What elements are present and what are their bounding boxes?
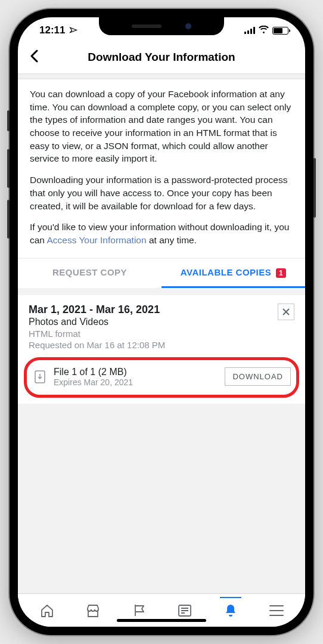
nav-notifications[interactable]: [218, 597, 244, 624]
nav-menu[interactable]: [263, 597, 290, 624]
volume-down-button: [7, 200, 10, 239]
file-download-icon: [32, 370, 48, 383]
nav-marketplace[interactable]: [80, 597, 106, 624]
file-row: File 1 of 1 (2 MB) Expires Mar 20, 2021 …: [29, 361, 294, 393]
status-time: 12:11: [39, 24, 65, 36]
intro-paragraph-3: If you'd like to view your information w…: [30, 221, 293, 246]
content-area[interactable]: You can download a copy of your Facebook…: [18, 79, 305, 593]
copy-date-range: Mar 1, 2021 - Mar 16, 2021: [29, 304, 278, 316]
power-button: [313, 158, 316, 218]
tab-request-copy[interactable]: REQUEST COPY: [18, 259, 162, 288]
notch: [99, 17, 224, 35]
tab-available-copies[interactable]: AVAILABLE COPIES 1: [162, 259, 305, 288]
file-expires: Expires Mar 20, 2021: [54, 377, 225, 387]
intro-paragraph-2: Downloading your information is a passwo…: [30, 174, 293, 212]
available-copies-badge: 1: [276, 268, 286, 278]
page-title: Download Your Information: [30, 51, 293, 64]
tabs: REQUEST COPY AVAILABLE COPIES 1: [18, 259, 305, 288]
active-tab-indicator: [220, 597, 241, 598]
access-information-link[interactable]: Access Your Information: [46, 235, 146, 245]
tab-available-label: AVAILABLE COPIES: [181, 267, 271, 277]
copy-card: Mar 1, 2021 - Mar 16, 2021 Photos and Vi…: [18, 295, 305, 404]
download-button[interactable]: DOWNLOAD: [225, 367, 291, 386]
battery-icon: [272, 27, 288, 35]
intro-paragraph-1: You can download a copy of your Facebook…: [30, 88, 293, 165]
page-header: Download Your Information: [18, 44, 305, 73]
silent-switch: [7, 110, 10, 131]
wifi-icon: [259, 24, 269, 36]
section-divider: [18, 73, 305, 79]
intro-text: You can download a copy of your Facebook…: [18, 79, 305, 258]
phone-frame: 12:11 Download Your Information: [10, 9, 313, 635]
screen: 12:11 Download Your Information: [18, 17, 305, 627]
cellular-signal-icon: [244, 27, 255, 34]
delete-copy-button[interactable]: [278, 304, 294, 320]
nav-home[interactable]: [34, 597, 60, 624]
file-label: File 1 of 1 (2 MB): [54, 367, 225, 377]
front-camera: [185, 23, 191, 29]
location-arrow-icon: [66, 24, 79, 37]
copy-requested: Requested on Mar 16 at 12:08 PM: [29, 340, 278, 350]
copy-format: HTML format: [29, 329, 278, 339]
speaker: [132, 24, 162, 28]
copy-category: Photos and Videos: [29, 317, 278, 327]
home-indicator[interactable]: [117, 619, 206, 622]
volume-up-button: [7, 149, 10, 188]
